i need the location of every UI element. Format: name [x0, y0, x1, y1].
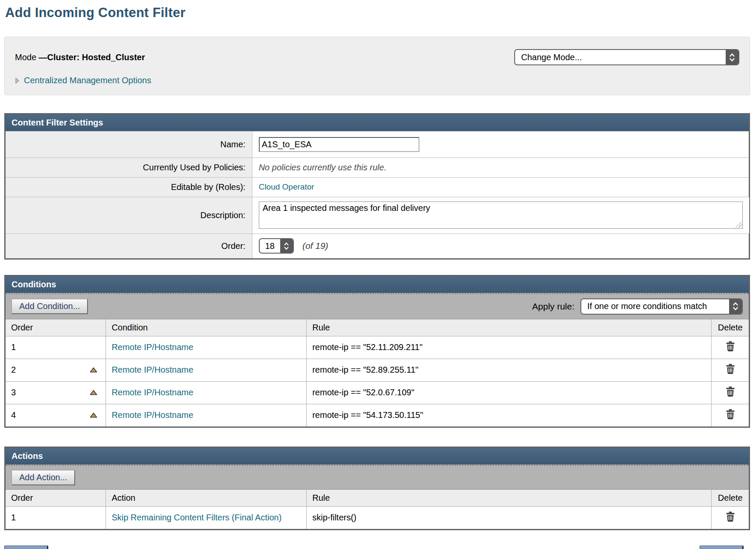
policies-value: No policies currently use this rule. [259, 163, 387, 172]
conditions-header: Conditions [6, 276, 749, 293]
page-title: Add Incoming Content Filter [5, 5, 756, 20]
change-mode-select-value: Change Mode... [515, 50, 726, 64]
condition-order: 2 [11, 365, 16, 375]
apply-rule-label: Apply rule: [532, 301, 574, 312]
condition-link[interactable]: Remote IP/Hostname [111, 410, 193, 420]
content-filter-settings-header: Content Filter Settings [6, 114, 749, 131]
condition-row: 4 Remote IP/Hostname remote-ip == "54.17… [6, 404, 749, 426]
actions-table: Order Action Rule Delete 1 Skip Remainin… [6, 490, 749, 529]
mode-label: Mode [15, 53, 39, 62]
roles-row: Editable by (Roles): Cloud Operator [6, 177, 749, 197]
col-header-order: Order [6, 319, 106, 336]
name-row: Name: [6, 131, 749, 158]
move-up-icon[interactable] [90, 367, 97, 373]
description-row: Description: Area 1 inspected messages f… [6, 197, 749, 234]
delete-condition-icon[interactable] [726, 364, 735, 374]
col-header-delete: Delete [712, 319, 749, 336]
description-label: Description: [6, 197, 252, 234]
apply-rule-select-value: If one or more conditions match [581, 299, 729, 314]
condition-order: 3 [11, 388, 16, 397]
select-arrows-icon [280, 239, 293, 253]
delete-condition-icon[interactable] [726, 386, 735, 397]
order-row: Order: 18 (of 19) [6, 234, 749, 258]
order-label: Order: [6, 234, 252, 258]
condition-order: 4 [11, 410, 16, 420]
condition-row: 1 Remote IP/Hostname remote-ip == "52.11… [6, 336, 749, 359]
order-of-note: (of 19) [302, 241, 328, 251]
centralized-management-options-link[interactable]: Centralized Management Options [15, 76, 151, 85]
action-order: 1 [11, 513, 16, 522]
action-link[interactable]: Skip Remaining Content Filters (Final Ac… [111, 513, 281, 522]
conditions-section: Conditions Add Condition... Apply rule: … [4, 275, 750, 428]
select-arrows-icon [726, 50, 738, 64]
action-row: 1 Skip Remaining Content Filters (Final … [6, 506, 749, 529]
description-textarea[interactable]: Area 1 inspected messages for final deli… [259, 201, 743, 229]
select-arrows-icon [729, 299, 742, 314]
action-rule: skip-filters() [307, 506, 712, 529]
delete-action-icon[interactable] [726, 511, 735, 522]
actions-section: Actions Add Action... Order Action Rule … [4, 447, 750, 530]
conditions-toolbar: Add Condition... Apply rule: If one or m… [6, 293, 749, 319]
col-header-delete: Delete [712, 490, 749, 507]
content-filter-settings-section: Content Filter Settings Name: Currently … [4, 113, 750, 260]
policies-row: Currently Used by Policies: No policies … [6, 158, 749, 177]
cloud-operator-link[interactable]: Cloud Operator [259, 182, 314, 192]
order-select[interactable]: 18 [259, 238, 294, 254]
condition-link[interactable]: Remote IP/Hostname [111, 342, 193, 352]
name-label: Name: [6, 131, 252, 158]
condition-order: 1 [11, 342, 16, 352]
move-up-icon[interactable] [90, 412, 97, 418]
delete-condition-icon[interactable] [726, 341, 735, 352]
disclosure-triangle-icon [15, 77, 20, 84]
col-header-condition: Condition [106, 319, 307, 336]
condition-row: 3 Remote IP/Hostname remote-ip == "52.0.… [6, 381, 749, 404]
col-header-rule: Rule [307, 490, 712, 507]
submit-button[interactable]: Submit [700, 546, 744, 549]
add-action-button[interactable]: Add Action... [12, 470, 75, 485]
name-input[interactable] [259, 137, 419, 152]
col-header-action: Action [106, 490, 307, 507]
order-select-value: 18 [260, 239, 280, 253]
condition-rule: remote-ip == "52.0.67.109" [307, 381, 712, 404]
condition-link[interactable]: Remote IP/Hostname [111, 365, 193, 374]
footer-bar: Cancel Submit [4, 546, 744, 549]
actions-toolbar: Add Action... [6, 464, 749, 490]
col-header-rule: Rule [307, 319, 712, 336]
col-header-order: Order [6, 490, 106, 507]
move-up-icon[interactable] [90, 390, 97, 395]
conditions-table: Order Condition Rule Delete 1 Remote IP/… [6, 319, 749, 426]
apply-rule-select[interactable]: If one or more conditions match [580, 298, 743, 315]
actions-header: Actions [6, 448, 749, 464]
mode-panel: Mode —Cluster: Hosted_Cluster Change Mod… [4, 37, 750, 95]
delete-condition-icon[interactable] [726, 409, 735, 420]
centralized-management-options-label: Centralized Management Options [24, 76, 151, 85]
roles-label: Editable by (Roles): [6, 178, 252, 197]
mode-text: Mode —Cluster: Hosted_Cluster [15, 53, 145, 62]
condition-rule: remote-ip == "52.11.209.211" [307, 336, 712, 359]
change-mode-select[interactable]: Change Mode... [514, 49, 739, 65]
add-condition-button[interactable]: Add Condition... [12, 299, 88, 314]
condition-rule: remote-ip == "52.89.255.11" [307, 359, 712, 381]
condition-link[interactable]: Remote IP/Hostname [111, 388, 193, 397]
condition-row: 2 Remote IP/Hostname remote-ip == "52.89… [6, 359, 749, 381]
mode-cluster-value: —Cluster: Hosted_Cluster [39, 53, 145, 62]
cancel-button[interactable]: Cancel [4, 546, 48, 549]
policies-label: Currently Used by Policies: [6, 158, 252, 177]
condition-rule: remote-ip == "54.173.50.115" [307, 404, 712, 426]
